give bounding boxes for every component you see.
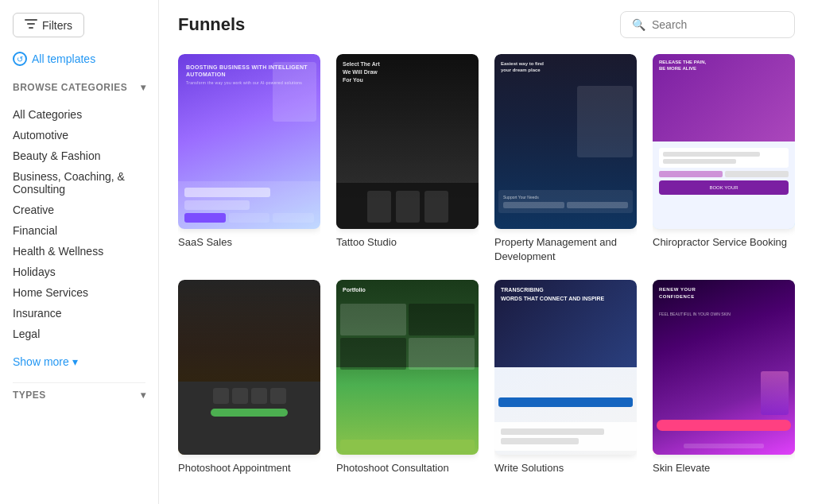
search-box[interactable]: 🔍 — [620, 11, 795, 38]
types-header[interactable]: Types ▾ — [13, 382, 145, 401]
template-name-tattoo-studio: Tattoo Studio — [336, 235, 479, 250]
chevron-down-icon: ▾ — [141, 82, 146, 93]
category-list: All Categories Automotive Beauty & Fashi… — [13, 104, 145, 344]
template-thumb-photoshoot-appointment — [178, 280, 320, 455]
template-card-skin-elevate[interactable]: RENEW YOURCONFIDENCE FEEL BEAUTIFUL IN Y… — [653, 280, 795, 475]
search-icon: 🔍 — [632, 18, 645, 31]
template-thumb-skin-elevate: RENEW YOURCONFIDENCE FEEL BEAUTIFUL IN Y… — [653, 280, 795, 455]
template-thumb-chiropractor: RELEASE THE PAIN,BE MORE ALIVE BOOK YOUR — [653, 54, 795, 229]
template-card-saas-sales[interactable]: Boosting Business with Intelligent Autom… — [178, 54, 320, 264]
template-name-photoshoot-consultation: Photoshoot Consultation — [336, 461, 479, 475]
template-thumb-saas-sales: Boosting Business with Intelligent Autom… — [178, 54, 320, 229]
category-item-automotive[interactable]: Automotive — [13, 125, 145, 145]
main-content: Funnels 🔍 Boosting Business with Intelli… — [159, 0, 814, 504]
template-card-tattoo-studio[interactable]: Select The ArtWe Will DrawFor You Tattoo… — [336, 54, 479, 264]
template-name-write-solutions: Write Solutions — [494, 461, 637, 475]
template-card-chiropractor[interactable]: RELEASE THE PAIN,BE MORE ALIVE BOOK YOUR — [653, 54, 795, 264]
category-item-financial[interactable]: Financial — [13, 220, 145, 241]
category-item-insurance[interactable]: Insurance — [13, 303, 145, 324]
svg-rect-1 — [27, 23, 35, 25]
svg-rect-0 — [25, 19, 37, 21]
all-templates-link[interactable]: ↺ All templates — [13, 52, 145, 66]
filters-label: Filters — [42, 19, 72, 32]
category-item-home-services[interactable]: Home Services — [13, 282, 145, 303]
filter-icon — [25, 18, 37, 32]
category-item-all[interactable]: All Categories — [13, 104, 145, 125]
svg-rect-2 — [29, 27, 33, 29]
template-card-property-management[interactable]: Easiest way to findyour dream place Supp… — [494, 54, 637, 264]
category-item-legal[interactable]: Legal — [13, 324, 145, 344]
show-more-label: Show more — [13, 355, 69, 368]
main-header: Funnels 🔍 — [178, 0, 795, 54]
template-thumb-write-solutions: TRANSCRIBINGWORDS THAT CONNECT AND INSPI… — [494, 280, 637, 455]
all-templates-icon: ↺ — [13, 52, 27, 66]
template-name-saas-sales: SaaS Sales — [178, 235, 320, 250]
types-label: Types — [13, 390, 46, 401]
filters-button[interactable]: Filters — [13, 13, 84, 37]
template-thumb-tattoo-studio: Select The ArtWe Will DrawFor You — [336, 54, 479, 229]
templates-grid: Boosting Business with Intelligent Autom… — [178, 54, 795, 476]
category-item-creative[interactable]: Creative — [13, 200, 145, 220]
template-card-photoshoot-appointment[interactable]: Photoshoot Appointment — [178, 280, 320, 475]
template-card-write-solutions[interactable]: TRANSCRIBINGWORDS THAT CONNECT AND INSPI… — [494, 280, 637, 475]
template-name-chiropractor: Chiropractor Service Booking — [653, 235, 795, 250]
template-thumb-photoshoot-consultation: Portfolio — [336, 280, 479, 455]
template-name-skin-elevate: Skin Elevate — [653, 461, 795, 475]
category-item-holidays[interactable]: Holidays — [13, 262, 145, 282]
sidebar: Filters ↺ All templates Browse Categorie… — [0, 0, 159, 504]
all-templates-label: All templates — [32, 52, 95, 65]
show-more-link[interactable]: Show more ▾ — [13, 355, 145, 368]
browse-categories-header[interactable]: Browse Categories ▾ — [13, 82, 145, 93]
template-name-property-management: Property Management and Development — [494, 235, 637, 264]
category-item-health-wellness[interactable]: Health & Wellness — [13, 241, 145, 262]
template-card-photoshoot-consultation[interactable]: Portfolio Photoshoot Consultation — [336, 280, 479, 475]
template-thumb-property-management: Easiest way to findyour dream place Supp… — [494, 54, 637, 229]
show-more-chevron-icon: ▾ — [72, 355, 78, 368]
category-item-business-coaching[interactable]: Business, Coaching, & Consulting — [13, 166, 145, 200]
browse-categories-label: Browse Categories — [13, 82, 127, 93]
category-item-beauty-fashion[interactable]: Beauty & Fashion — [13, 145, 145, 166]
template-name-photoshoot-appointment: Photoshoot Appointment — [178, 461, 320, 475]
page-title: Funnels — [178, 14, 245, 35]
search-input[interactable] — [652, 18, 783, 31]
types-chevron-icon: ▾ — [141, 390, 146, 401]
